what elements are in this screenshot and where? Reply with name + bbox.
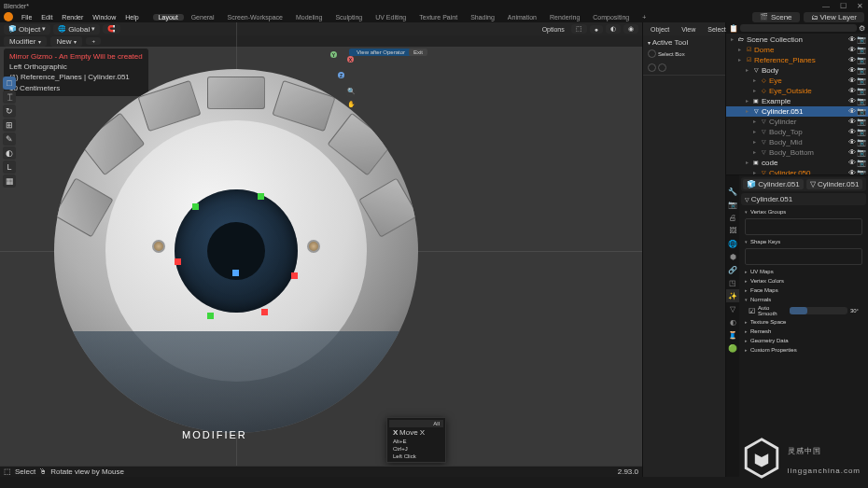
property-tab[interactable]: 🖼 [726,224,739,237]
shading-solid-icon[interactable]: ● [590,25,603,34]
checkbox[interactable]: ☑ [749,307,755,315]
outliner-row[interactable]: ▸▽Cylinder👁📷 [726,117,868,127]
operator-pill[interactable]: View after Operator [349,49,413,56]
workspace-tab[interactable]: Screen-Workspace [222,14,288,21]
property-section-header[interactable]: Remesh [741,327,866,336]
property-tab[interactable]: 🖨 [726,211,739,224]
outliner-row[interactable]: ▸▽Cylinder.051👁📷 [726,106,868,117]
visibility-toggles[interactable]: 👁📷 [848,168,866,175]
visibility-toggles[interactable]: 👁📷 [848,106,866,117]
filter-icon[interactable]: ⚙ [859,24,865,33]
workspace-tab[interactable]: Layout [153,14,184,21]
workspace-tab[interactable]: General [186,14,220,21]
property-section-header[interactable]: UV Maps [741,267,866,276]
property-section-header[interactable]: Geometry Data [741,336,866,345]
workspace-tab[interactable]: UV Editing [370,14,412,21]
visibility-toggles[interactable]: 👁📷 [848,127,866,137]
outliner-row[interactable]: ▸▣Example👁📷 [726,96,868,106]
workspace-tab[interactable]: Sculpting [329,14,368,21]
visibility-toggles[interactable]: 👁📷 [848,55,866,65]
outliner-row[interactable]: ▸▽Body👁📷 [726,65,868,76]
axis-x-icon[interactable]: X [347,56,354,63]
property-tab[interactable]: ◳ [726,276,739,289]
menu-render[interactable]: Render [57,14,88,21]
mode-selector[interactable]: 🧊 Object ▾ [4,24,50,35]
menu-window[interactable]: Window [88,14,120,21]
property-tab[interactable]: 📷 [726,198,739,211]
angle-slider[interactable] [790,307,847,314]
shading-rendered-icon[interactable]: ◉ [623,24,638,34]
menu-file[interactable]: File [17,14,36,21]
property-section-header[interactable]: Face Maps [741,286,866,295]
viewlayer-selector[interactable]: 🗂 View Layer [804,12,864,22]
vertex-handle[interactable] [258,193,264,200]
property-tab[interactable]: 🔗 [726,263,739,276]
outliner-row[interactable]: ▸◇Eye_Outside👁📷 [726,86,868,96]
viewport-3d[interactable]: 🧊 Object ▾ 🌐 Global ▾ 🧲 Options ⬚ ● ◐ ◉ … [0,22,642,477]
maximize-button[interactable]: ☐ [838,2,847,9]
outliner-row[interactable]: ▸◇Eye👁📷 [726,76,868,86]
property-tab[interactable]: ⬢ [726,250,739,263]
outliner-row[interactable]: ▸▣code👁📷 [726,158,868,168]
add-icon[interactable]: + [86,37,101,45]
tool-button[interactable]: ▦ [3,174,16,188]
drag-icon[interactable] [658,63,666,72]
property-list-box[interactable] [745,218,862,235]
visibility-toggles[interactable]: 👁📷 [848,45,866,55]
tool-button[interactable]: □ [3,77,16,90]
workspace-tab[interactable]: + [637,14,651,21]
property-section-header[interactable]: Vertex Groups [741,207,866,216]
snap-toggle[interactable]: 🧲 [103,24,120,34]
vertex-handle[interactable] [291,272,298,279]
vertex-handle[interactable] [175,258,181,265]
visibility-toggles[interactable]: 👁📷 [848,86,866,96]
property-tab[interactable]: 🌐 [726,237,739,250]
property-tab[interactable]: 🔧 [726,185,739,198]
operator-exit-button[interactable]: Exit [409,49,427,56]
modifier-dropdown[interactable]: Modifier ▾ [4,36,47,47]
outliner-search-input[interactable] [740,24,857,32]
property-section-header[interactable]: Vertex Colors [741,276,866,286]
outliner-row[interactable]: ▸🗁Scene Collection👁📷 [726,35,868,45]
property-section-header[interactable]: Texture Space [741,317,866,327]
workspace-tab[interactable]: Rendering [544,14,585,21]
property-tab[interactable]: ◐ [726,315,739,328]
tool-button[interactable]: ✎ [3,132,16,146]
breadcrumb-item[interactable]: ▽ Cylinder.051 [806,179,863,189]
close-button[interactable]: ✕ [855,2,864,9]
shading-wireframe-icon[interactable]: ⬚ [571,24,587,34]
property-tab[interactable]: ✨ [726,289,739,302]
property-tab[interactable]: 🧵 [726,328,739,342]
visibility-toggles[interactable]: 👁📷 [848,158,866,168]
tool-button[interactable]: ⊞ [3,119,16,132]
property-section-header[interactable]: Normals [741,295,866,304]
tool-button[interactable]: ↻ [3,105,16,118]
visibility-toggles[interactable]: 👁📷 [848,35,866,45]
tool-button[interactable]: ⌶ [3,91,16,104]
vertex-handle[interactable] [207,313,214,319]
property-tab[interactable]: 🟢 [726,342,739,355]
orientation-selector[interactable]: 🌐 Global ▾ [53,24,100,35]
header-menu-view[interactable]: View [678,25,699,34]
visibility-toggles[interactable]: 👁📷 [848,96,866,106]
workspace-tab[interactable]: Compositing [587,14,635,21]
workspace-tab[interactable]: Modeling [290,14,328,21]
breadcrumb-item[interactable]: 🧊 Cylinder.051 [743,179,804,189]
drag-icon[interactable] [648,63,656,72]
object-name-field[interactable]: ▽ Cylinder.051 [741,193,866,205]
outliner-row[interactable]: ▸☑Dome👁📷 [726,45,868,55]
property-list-box[interactable] [745,248,862,265]
property-section-header[interactable]: Custom Properties [741,345,866,355]
property-section-header[interactable]: Shape Keys [741,237,866,246]
outliner-row[interactable]: ▸☑Reference_Planes👁📷 [726,55,868,65]
visibility-toggles[interactable]: 👁📷 [848,147,866,158]
menu-help[interactable]: Help [120,14,143,21]
vertex-handle[interactable] [232,270,239,276]
vertex-handle[interactable] [261,309,268,315]
outliner-row[interactable]: ▸▽Body_Bottom👁📷 [726,147,868,158]
property-tab[interactable]: ▽ [726,302,739,315]
header-menu-object[interactable]: Object [647,25,673,34]
workspace-tab[interactable]: Texture Paint [413,14,463,21]
axis-y-icon[interactable]: Y [330,51,337,58]
tool-button[interactable]: L [3,160,16,174]
